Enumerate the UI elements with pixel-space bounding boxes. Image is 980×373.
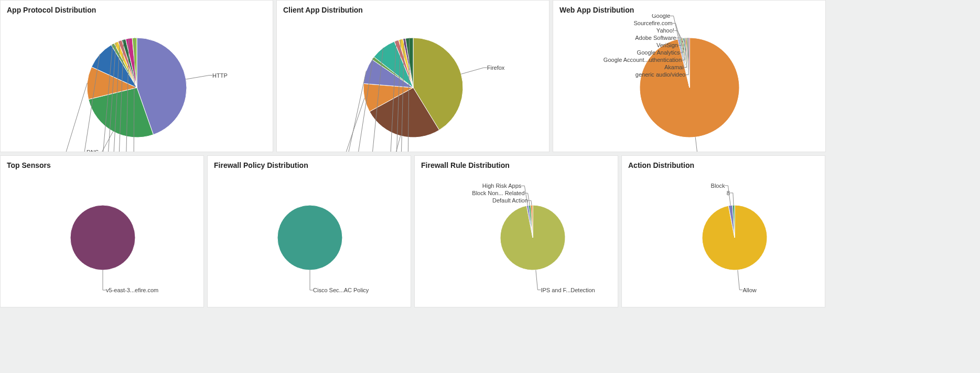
- leader-line: [695, 137, 701, 152]
- slice-label: Adobe Software: [635, 35, 676, 41]
- panel-app-protocol: App Protocol Distribution HTTPDNSUnknown…: [0, 0, 273, 152]
- leader-line: [676, 38, 682, 38]
- slice-label: HTTP: [212, 72, 228, 79]
- panel-title: Firewall Policy Distribution: [208, 156, 411, 169]
- slice-label: Sourcefire.com: [633, 20, 672, 26]
- chart-action[interactable]: AllowBlock8: [622, 169, 825, 306]
- slice-label: Default Action: [492, 197, 528, 204]
- slice-label: Cisco Sec...AC Policy: [313, 287, 369, 293]
- slice-label: Akamai: [664, 64, 684, 70]
- leader-line: [338, 98, 364, 152]
- panel-client-app: Client App Distribution FirefoxDNS clien…: [276, 0, 550, 152]
- slice-label: Yahoo!: [656, 27, 674, 34]
- panel-title: App Protocol Distribution: [1, 1, 273, 14]
- slice-label: Google Account...uthentication: [604, 57, 682, 63]
- pie-slice[interactable]: [70, 205, 135, 270]
- panel-title: Action Distribution: [622, 156, 825, 169]
- slice-label: Allow: [742, 287, 756, 293]
- leader-line: [528, 200, 532, 205]
- panel-title: Firewall Rule Distribution: [415, 156, 618, 169]
- leader-line: [186, 76, 212, 80]
- slice-label: Firefox: [487, 65, 505, 71]
- leader-line: [391, 136, 401, 152]
- chart-top-sensors[interactable]: v5-east-3...efire.com: [1, 169, 203, 306]
- pie-slice[interactable]: [277, 205, 342, 270]
- slice-label: Google: [652, 14, 670, 19]
- slice-label: High Risk Apps: [482, 183, 522, 189]
- leader-line: [61, 83, 88, 152]
- panel-fw-rule: Firewall Rule Distribution IPS and F...D…: [414, 155, 618, 307]
- chart-fw-rule[interactable]: IPS and F...DetectionHigh Risk AppsBlock…: [415, 169, 618, 306]
- panel-title: Top Sensors: [1, 156, 203, 169]
- chart-app-protocol[interactable]: HTTPDNSUnknownLDAPNTPHTTPSNetBIOS-nsKerb…: [1, 14, 273, 151]
- slice-label: v5-east-3...efire.com: [106, 287, 158, 293]
- chart-fw-policy[interactable]: Cisco Sec...AC Policy: [208, 169, 411, 306]
- leader-line: [461, 68, 487, 74]
- slice-label: DNS: [87, 149, 99, 152]
- chart-client-app[interactable]: FirefoxDNS clientUnknownLDAP clientNTP c…: [277, 14, 549, 151]
- slice-label: VeriSign: [656, 42, 678, 48]
- leader-line: [341, 71, 366, 152]
- panel-fw-policy: Firewall Policy Distribution Cisco Sec..…: [207, 155, 411, 307]
- slice-label: Block Non... Related: [472, 190, 524, 196]
- dashboard: App Protocol Distribution HTTPDNSUnknown…: [0, 0, 980, 307]
- slice-label: Google Analytics: [637, 49, 680, 56]
- panel-top-sensors: Top Sensors v5-east-3...efire.com: [0, 155, 204, 307]
- leader-line: [738, 270, 743, 290]
- slice-label: generic audio/video: [636, 71, 685, 78]
- panel-title: Web App Distribution: [553, 1, 825, 14]
- leader-line: [99, 131, 113, 152]
- slice-label: 8: [727, 190, 730, 196]
- panel-action: Action Distribution AllowBlock8: [621, 155, 825, 307]
- leader-line: [536, 270, 541, 290]
- slice-label: Block: [711, 183, 725, 189]
- chart-web-app[interactable]: UnknownGoogleSourcefire.comYahoo!Adobe S…: [553, 14, 825, 151]
- panel-title: Client App Distribution: [277, 1, 549, 14]
- panel-web-app: Web App Distribution UnknownGoogleSource…: [553, 0, 826, 152]
- slice-label: IPS and F...Detection: [541, 287, 595, 293]
